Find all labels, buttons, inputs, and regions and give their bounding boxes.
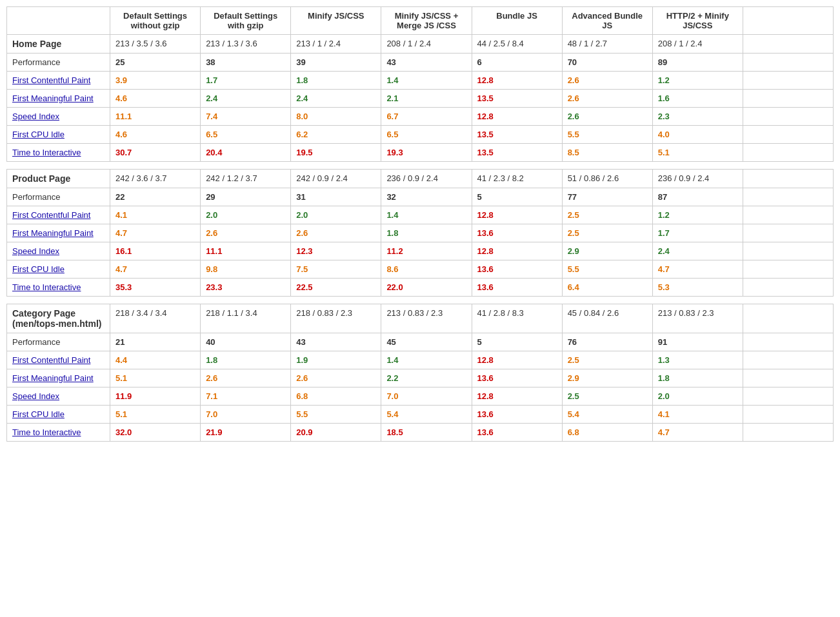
metric-val-0-4-7 [743, 144, 833, 162]
metric-val-1-1-6: 1.7 [652, 224, 743, 242]
metric-label-2-1[interactable]: First Meaningful Paint [7, 369, 110, 387]
metric-val-2-0-0: 4.4 [110, 351, 201, 369]
metric-val-1-4-4: 13.6 [472, 279, 562, 297]
section-requests-0-7 [743, 35, 833, 54]
metric-val-2-3-1: 7.0 [201, 406, 291, 424]
section-requests-2-1: 218 / 1.1 / 3.4 [201, 304, 291, 333]
section-requests-1-3: 236 / 0.9 / 2.4 [381, 170, 472, 188]
section-requests-1-4: 41 / 2.3 / 8.2 [472, 170, 562, 188]
page-container: Default Settings without gzip Default Se… [0, 0, 840, 448]
metric-val-2-4-0: 32.0 [110, 424, 201, 442]
metric-val-0-2-7 [743, 108, 833, 126]
section-requests-2-5: 45 / 0.84 / 2.6 [562, 304, 652, 333]
header-col7: HTTP/2 + Minify JS/CSS [652, 7, 743, 35]
section-header-0: Home Page213 / 3.5 / 3.6213 / 1.3 / 3.62… [7, 35, 834, 54]
header-col6: Advanced Bundle JS [562, 7, 652, 35]
spacer-1 [7, 297, 834, 304]
metric-row-0-4: Time to Interactive30.720.419.519.313.58… [7, 144, 834, 162]
performance-val-1-3: 32 [381, 188, 472, 206]
metric-label-0-4[interactable]: Time to Interactive [7, 144, 110, 162]
metric-val-0-1-6: 1.6 [652, 90, 743, 108]
metric-val-1-4-5: 6.4 [562, 279, 652, 297]
metric-val-1-3-0: 4.7 [110, 260, 201, 279]
section-requests-1-6: 236 / 0.9 / 2.4 [652, 170, 743, 188]
performance-val-1-5: 77 [562, 188, 652, 206]
section-requests-0-2: 213 / 1 / 2.4 [291, 35, 381, 54]
metric-label-0-1[interactable]: First Meaningful Paint [7, 90, 110, 108]
metric-val-0-2-2: 8.0 [291, 108, 381, 126]
metric-val-1-3-2: 7.5 [291, 260, 381, 279]
metric-val-2-4-3: 18.5 [381, 424, 472, 442]
metric-val-0-3-7 [743, 126, 833, 144]
metric-label-0-2[interactable]: Speed Index [7, 108, 110, 126]
metric-val-0-0-6: 1.2 [652, 72, 743, 90]
performance-row-0: Performance2538394367089 [7, 54, 834, 72]
spacer-0 [7, 162, 834, 170]
performance-table: Default Settings without gzip Default Se… [6, 6, 834, 442]
metric-val-1-3-4: 13.6 [472, 260, 562, 279]
metric-val-2-2-0: 11.9 [110, 387, 201, 406]
metric-row-1-4: Time to Interactive35.323.322.522.013.66… [7, 279, 834, 297]
metric-label-2-0[interactable]: First Contentful Paint [7, 351, 110, 369]
metric-val-2-3-7 [743, 406, 833, 424]
metric-val-2-1-5: 2.9 [562, 369, 652, 387]
metric-val-1-2-5: 2.9 [562, 242, 652, 260]
section-requests-1-0: 242 / 3.6 / 3.7 [110, 170, 201, 188]
section-requests-1-7 [743, 170, 833, 188]
metric-val-0-4-5: 8.5 [562, 144, 652, 162]
metric-val-2-0-7 [743, 351, 833, 369]
metric-row-2-0: First Contentful Paint4.41.81.91.412.82.… [7, 351, 834, 369]
metric-val-0-4-4: 13.5 [472, 144, 562, 162]
metric-val-2-4-7 [743, 424, 833, 442]
metric-val-2-0-3: 1.4 [381, 351, 472, 369]
performance-val-0-7 [743, 54, 833, 72]
section-requests-1-2: 242 / 0.9 / 2.4 [291, 170, 381, 188]
metric-val-0-1-0: 4.6 [110, 90, 201, 108]
metric-val-1-0-2: 2.0 [291, 206, 381, 224]
metric-val-1-3-3: 8.6 [381, 260, 472, 279]
performance-val-0-0: 25 [110, 54, 201, 72]
metric-row-2-2: Speed Index11.97.16.87.012.82.52.0 [7, 387, 834, 406]
metric-val-0-3-3: 6.5 [381, 126, 472, 144]
metric-label-1-0[interactable]: First Contentful Paint [7, 206, 110, 224]
metric-val-1-4-1: 23.3 [201, 279, 291, 297]
metric-val-0-3-4: 13.5 [472, 126, 562, 144]
performance-val-1-2: 31 [291, 188, 381, 206]
metric-val-1-1-3: 1.8 [381, 224, 472, 242]
performance-val-1-6: 87 [652, 188, 743, 206]
metric-val-0-3-1: 6.5 [201, 126, 291, 144]
metric-row-1-2: Speed Index16.111.112.311.212.82.92.4 [7, 242, 834, 260]
metric-label-1-1[interactable]: First Meaningful Paint [7, 224, 110, 242]
header-col8 [743, 7, 833, 35]
metric-val-0-2-0: 11.1 [110, 108, 201, 126]
section-header-2: Category Page (men/tops-men.html)218 / 3… [7, 304, 834, 333]
metric-val-1-1-5: 2.5 [562, 224, 652, 242]
metric-val-0-3-2: 6.2 [291, 126, 381, 144]
section-requests-2-3: 213 / 0.83 / 2.3 [381, 304, 472, 333]
metric-label-2-3[interactable]: First CPU Idle [7, 406, 110, 424]
section-requests-0-1: 213 / 1.3 / 3.6 [201, 35, 291, 54]
metric-val-2-4-1: 21.9 [201, 424, 291, 442]
metric-row-0-0: First Contentful Paint3.91.71.81.412.82.… [7, 72, 834, 90]
metric-row-1-3: First CPU Idle4.79.87.58.613.65.54.7 [7, 260, 834, 279]
performance-val-0-2: 39 [291, 54, 381, 72]
metric-label-2-4[interactable]: Time to Interactive [7, 424, 110, 442]
header-col2: Default Settings with gzip [201, 7, 291, 35]
section-title-0: Home Page [7, 35, 110, 54]
metric-label-2-2[interactable]: Speed Index [7, 387, 110, 406]
metric-val-2-2-6: 2.0 [652, 387, 743, 406]
metric-val-2-4-5: 6.8 [562, 424, 652, 442]
metric-val-0-0-0: 3.9 [110, 72, 201, 90]
metric-val-2-4-6: 4.7 [652, 424, 743, 442]
metric-label-1-3[interactable]: First CPU Idle [7, 260, 110, 279]
performance-val-0-3: 43 [381, 54, 472, 72]
metric-val-1-4-0: 35.3 [110, 279, 201, 297]
metric-label-0-0[interactable]: First Contentful Paint [7, 72, 110, 90]
metric-val-2-3-5: 5.4 [562, 406, 652, 424]
metric-val-0-4-1: 20.4 [201, 144, 291, 162]
metric-label-0-3[interactable]: First CPU Idle [7, 126, 110, 144]
metric-label-1-4[interactable]: Time to Interactive [7, 279, 110, 297]
metric-label-1-2[interactable]: Speed Index [7, 242, 110, 260]
header-col4: Minify JS/CSS + Merge JS /CSS [381, 7, 472, 35]
table-header: Default Settings without gzip Default Se… [7, 7, 834, 35]
